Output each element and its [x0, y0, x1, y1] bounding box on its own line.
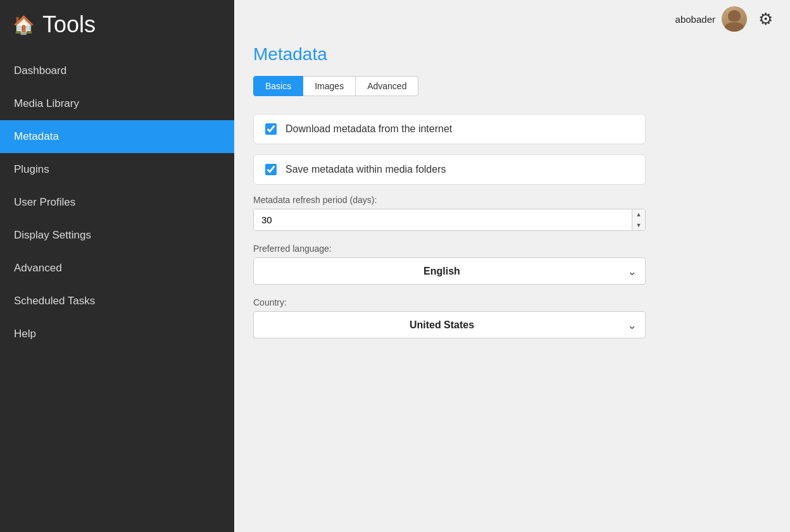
- sidebar-item-user-profiles[interactable]: User Profiles: [0, 186, 234, 219]
- country-select-wrap: United States United Kingdom Canada Aust…: [253, 311, 646, 338]
- page-title: Metadata: [253, 44, 771, 65]
- language-select-wrap: English French German Spanish Italian Po…: [253, 257, 646, 285]
- refresh-period-input[interactable]: [254, 209, 632, 230]
- sidebar-item-dashboard[interactable]: Dashboard: [0, 54, 234, 87]
- tab-images[interactable]: Images: [303, 76, 356, 96]
- sidebar-nav: Dashboard Media Library Metadata Plugins…: [0, 54, 234, 350]
- avatar-image: [722, 6, 747, 32]
- sidebar: 🏠 Tools Dashboard Media Library Metadata…: [0, 0, 234, 532]
- save-metadata-label[interactable]: Save metadata within media folders: [285, 164, 446, 175]
- refresh-period-spinners: ▲ ▼: [632, 209, 645, 230]
- content-area: Metadata Basics Images Advanced Download…: [234, 38, 790, 532]
- settings-icon[interactable]: ⚙: [753, 7, 777, 31]
- country-group: Country: United States United Kingdom Ca…: [253, 297, 646, 338]
- tab-advanced[interactable]: Advanced: [356, 76, 418, 96]
- save-metadata-checkbox[interactable]: [265, 164, 277, 175]
- sidebar-item-scheduled-tasks[interactable]: Scheduled Tasks: [0, 285, 234, 318]
- country-select[interactable]: United States United Kingdom Canada Aust…: [253, 311, 646, 338]
- tab-basics[interactable]: Basics: [253, 76, 303, 96]
- country-label: Country:: [253, 297, 646, 307]
- download-metadata-checkbox[interactable]: [265, 123, 277, 135]
- refresh-period-group: Metadata refresh period (days): ▲ ▼: [253, 195, 646, 231]
- download-metadata-row: Download metadata from the internet: [253, 114, 646, 144]
- language-select[interactable]: English French German Spanish Italian Po…: [253, 257, 646, 285]
- home-icon: 🏠: [13, 15, 35, 35]
- main-area: abobader ⚙ Metadata Basics Images Advanc…: [234, 0, 790, 532]
- sidebar-item-help[interactable]: Help: [0, 318, 234, 350]
- sidebar-header: 🏠 Tools: [0, 0, 234, 49]
- topbar: abobader ⚙: [234, 0, 790, 38]
- sidebar-item-media-library[interactable]: Media Library: [0, 87, 234, 120]
- refresh-period-increment[interactable]: ▲: [632, 209, 645, 220]
- avatar: [722, 6, 747, 32]
- sidebar-item-advanced[interactable]: Advanced: [0, 252, 234, 285]
- sidebar-title: Tools: [42, 11, 96, 38]
- refresh-period-field-wrap: ▲ ▼: [253, 209, 646, 231]
- sidebar-item-display-settings[interactable]: Display Settings: [0, 219, 234, 252]
- username-label: abobader: [675, 14, 715, 25]
- download-metadata-label[interactable]: Download metadata from the internet: [285, 123, 452, 135]
- save-metadata-row: Save metadata within media folders: [253, 154, 646, 185]
- refresh-period-label: Metadata refresh period (days):: [253, 195, 646, 205]
- sidebar-item-metadata[interactable]: Metadata: [0, 120, 234, 153]
- language-label: Preferred language:: [253, 244, 646, 254]
- language-group: Preferred language: English French Germa…: [253, 244, 646, 285]
- tab-bar: Basics Images Advanced: [253, 76, 771, 96]
- sidebar-item-plugins[interactable]: Plugins: [0, 153, 234, 186]
- refresh-period-decrement[interactable]: ▼: [632, 220, 645, 231]
